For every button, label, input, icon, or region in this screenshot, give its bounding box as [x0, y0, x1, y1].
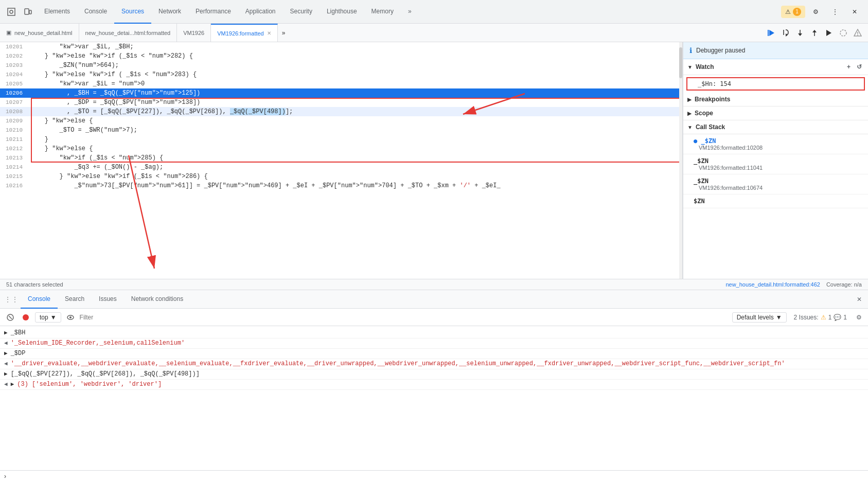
file-tab-3[interactable]: VM1926:formatted ✕ [211, 24, 278, 42]
breakpoints-section-header[interactable]: ▶ Breakpoints [683, 93, 868, 106]
expand-icon[interactable]: ▶ [4, 350, 8, 356]
call-stack-item[interactable]: _$ZNVM1926:formatted:10674 [683, 174, 868, 194]
warning-icon: ⚠ [785, 8, 791, 15]
status-bar: 51 characters selected new_house_detail.… [0, 279, 868, 290]
close-devtools-icon[interactable]: ✕ [847, 5, 862, 19]
watch-chevron-icon: ▼ [687, 64, 693, 70]
line-number: 10216 [0, 181, 28, 190]
tab-memory[interactable]: Memory [364, 0, 401, 24]
top-tab-bar: Elements Console Sources Network Perform… [0, 0, 868, 24]
step-out-button[interactable] [808, 27, 821, 39]
svg-rect-2 [25, 9, 29, 14]
line-number: 10215 [0, 172, 28, 181]
context-selector[interactable]: top ▼ [35, 312, 61, 323]
eye-icon[interactable] [64, 311, 77, 324]
stop-recording-button[interactable] [20, 311, 32, 324]
console-tab-search[interactable]: Search [58, 290, 92, 309]
dropdown-chevron-icon: ▼ [776, 314, 782, 321]
console-tab-console[interactable]: Console [21, 290, 58, 309]
file-location-link[interactable]: new_house_detail.html:formatted:462 [725, 281, 820, 288]
console-output-line: ◀'__driver_evaluate,__webdriver_evaluate… [0, 359, 868, 369]
svg-rect-5 [768, 30, 769, 36]
line-content: _$TO = _$WR("num">7); [28, 126, 682, 135]
console-settings-button[interactable]: ⚙ [854, 312, 864, 323]
line-number: 10202 [0, 51, 28, 61]
badge-count: 1 [793, 8, 801, 16]
call-stack-item[interactable]: $ZN [683, 194, 868, 208]
watch-refresh-button[interactable]: ↺ [855, 62, 864, 72]
line-number: 10213 [0, 153, 28, 163]
pause-exceptions-button[interactable] [852, 27, 864, 39]
device-icon[interactable] [21, 5, 35, 19]
tab-performance[interactable]: Performance [188, 0, 238, 24]
warn-icon: ⚠ [821, 314, 826, 321]
console-content: [_$qQ(_$PV[227]), _$qQ(_$PV[268]), _$qQ(… [11, 370, 864, 378]
scope-chevron-icon: ▶ [687, 111, 692, 116]
call-stack-file-ref: VM1926:formatted:10674 [694, 185, 858, 191]
console-output[interactable]: ▶_$BH◀'_Selenium_IDE_Recorder,_selenium,… [0, 326, 868, 470]
tab-lighthouse[interactable]: Lighthouse [320, 0, 364, 24]
svg-rect-3 [29, 10, 31, 14]
console-content: _$BH [11, 329, 864, 336]
expand-icon[interactable]: ▶ [4, 370, 8, 377]
tab-console[interactable]: Console [77, 0, 114, 24]
watch-section-header[interactable]: ▼ Watch + ↺ [683, 59, 868, 75]
file-tab-0[interactable]: ▣ new_house_detail.html [0, 24, 79, 42]
chevron-down-icon: ▼ [50, 314, 57, 321]
line-content: _$"num">73[_$PV["num">"num">61]] = _$PV[… [28, 181, 682, 190]
watch-add-button[interactable]: + [845, 62, 853, 72]
info-icon: ℹ [689, 46, 692, 55]
scope-section-header[interactable]: ▶ Scope [683, 106, 868, 120]
line-content: } "kw">else { [28, 144, 682, 153]
clear-console-button[interactable] [4, 311, 16, 324]
call-stack-file-ref: VM1926:formatted:10208 [694, 145, 858, 151]
code-line: 10201 "kw">var _$iL, _$BH; [0, 42, 682, 51]
more-options-icon[interactable]: ⋮ [828, 5, 842, 19]
console-toolbar: top ▼ Default levels ▼ 2 Issues: ⚠ 1 💬 1… [0, 309, 868, 326]
inspect-icon[interactable] [4, 5, 19, 19]
expand-icon[interactable]: ▶ [4, 329, 8, 336]
tab-more[interactable]: » [401, 0, 419, 24]
console-content: _$DP [11, 350, 864, 357]
default-levels-button[interactable]: Default levels ▼ [732, 312, 787, 323]
file-tab-more[interactable]: » [278, 24, 290, 42]
tab-security[interactable]: Security [283, 0, 320, 24]
file-tab-2[interactable]: VM1926 [177, 24, 211, 42]
drag-handle[interactable]: ⋮⋮ [4, 295, 19, 304]
tab-application[interactable]: Application [238, 0, 283, 24]
close-tab-icon[interactable]: ✕ [267, 30, 271, 36]
tab-elements[interactable]: Elements [37, 0, 77, 24]
deactivate-breakpoints-button[interactable] [837, 27, 849, 39]
tab-network[interactable]: Network [151, 0, 188, 24]
debug-controls [761, 27, 868, 39]
console-tab-network[interactable]: Network conditions [124, 290, 190, 309]
step-over-button[interactable] [780, 27, 792, 39]
return-icon: ◀ [4, 381, 8, 387]
call-stack-section-header[interactable]: ▼ Call Stack [683, 120, 868, 134]
issues-badge-button[interactable]: ⚠ 1 [781, 6, 805, 18]
scrollbar-thumb[interactable] [679, 47, 682, 78]
expand-icon[interactable]: ▶ [11, 381, 14, 387]
code-line: 10208 , _$TO = [_$qQ(_$PV[227]), _$qQ(_$… [0, 107, 682, 116]
call-stack-fn-name: _$ZN [694, 157, 858, 165]
step-button[interactable] [823, 27, 835, 39]
resume-button[interactable] [765, 27, 777, 39]
code-line: 10211 } [0, 135, 682, 144]
step-into-button[interactable] [794, 27, 806, 39]
filter-input[interactable] [80, 314, 729, 321]
svg-marker-9 [798, 33, 802, 36]
tab-sources[interactable]: Sources [114, 0, 151, 24]
console-output-line: ▶_$DP [0, 349, 868, 359]
console-close-button[interactable]: ✕ [855, 294, 864, 305]
call-stack-item[interactable]: ● _$ZNVM1926:formatted:10208 [683, 134, 868, 154]
line-content: , _$BH = _$qQ(_$PV["num">"num">125]) [28, 88, 682, 98]
line-number: 10212 [0, 144, 28, 153]
file-tab-1[interactable]: new_house_detai...html:formatted [79, 24, 178, 42]
console-content: '_Selenium_IDE_Recorder,_selenium,callSe… [11, 340, 864, 347]
svg-point-13 [840, 30, 846, 36]
settings-icon[interactable]: ⚙ [808, 5, 823, 19]
console-tab-issues[interactable]: Issues [92, 290, 124, 309]
code-line: 10202 } "kw">else "kw">if (_$1s < "num">… [0, 51, 682, 61]
call-stack-item[interactable]: _$ZNVM1926:formatted:11041 [683, 154, 868, 174]
code-editor[interactable]: 10201 "kw">var _$iL, _$BH;10202 } "kw">e… [0, 42, 682, 279]
